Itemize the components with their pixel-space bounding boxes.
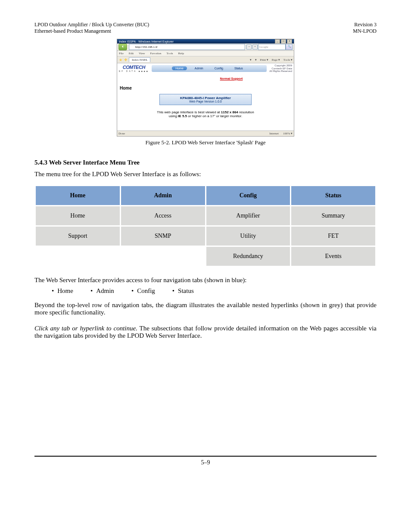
cell-config-utility: Utility <box>206 227 290 246</box>
bullet-status: Status <box>172 287 194 295</box>
bullet-admin: Admin <box>90 287 114 295</box>
minimize-button[interactable]: _ <box>275 39 280 44</box>
close-button[interactable]: × <box>287 39 292 44</box>
status-zone: Internet <box>269 132 279 135</box>
copyright-text: Copyright 2009 Comtech EF Data All Right… <box>269 64 292 73</box>
cell-status-events: Events <box>291 247 375 266</box>
nav-tab-config[interactable]: Config <box>211 66 227 70</box>
browser-menubar[interactable]: File Edit View Favorites Tools Help <box>117 51 294 56</box>
bullet-config: Config <box>131 287 155 295</box>
paragraph-1: Beyond the top-level row of navigation t… <box>34 302 377 316</box>
menu-favorites[interactable]: Favorites <box>150 52 161 55</box>
header-product: LPOD Outdoor Amplifier / Block Up Conver… <box>34 22 149 28</box>
stop-button[interactable]: × <box>252 44 258 50</box>
menu-tree-table: Home Admin Config Status Home Access Amp… <box>34 185 377 267</box>
header-section: Ethernet-based Product Management <box>34 28 149 34</box>
cell-status-fet: FET <box>291 227 375 246</box>
cell-home-home: Home <box>36 206 120 225</box>
print-menu[interactable]: Print ▾ <box>260 58 268 62</box>
cell-config-redundancy: Redundancy <box>206 247 290 266</box>
footer-rule <box>34 456 377 457</box>
comtech-logo: COMTECH EF DATA ■■■■ <box>119 65 149 72</box>
th-config: Config <box>206 186 290 205</box>
nav-tab-home[interactable]: Home <box>172 66 187 70</box>
menu-help[interactable]: Help <box>178 52 184 55</box>
menu-tools[interactable]: Tools <box>166 52 173 55</box>
search-button[interactable]: 🔍 <box>286 44 293 50</box>
menu-edit[interactable]: Edit <box>129 52 134 55</box>
add-favorites-icon[interactable]: ✚ <box>124 58 128 62</box>
go-button[interactable]: → <box>246 44 252 50</box>
cell-empty <box>121 247 205 266</box>
nav-ribbon: Home Admin Config Status <box>152 65 267 72</box>
page-heading-home: Home <box>120 86 291 90</box>
after-table-text: The Web Server Interface provides access… <box>34 277 377 284</box>
cell-home-support: Support <box>36 227 120 246</box>
page-number: 5–9 <box>34 459 377 466</box>
window-title: Index ISSPA - Windows Internet Explorer <box>119 40 275 43</box>
cell-admin-access: Access <box>121 206 205 225</box>
back-button[interactable] <box>118 44 127 50</box>
home-dropdown-icon[interactable]: ▾ <box>250 58 252 62</box>
nav-tab-admin[interactable]: Admin <box>191 66 207 70</box>
cell-config-amplifier: Amplifier <box>206 206 290 225</box>
amplifier-model: KPA080-4045-I Power Amplifier <box>162 96 249 100</box>
amplifier-info-box: KPA080-4045-I Power Amplifier Web Page V… <box>159 94 252 105</box>
nav-tab-status[interactable]: Status <box>231 66 246 70</box>
browser-screenshot: Index ISSPA - Windows Internet Explorer … <box>117 39 294 137</box>
feeds-dropdown-icon[interactable]: ▾ <box>255 58 257 62</box>
page-menu[interactable]: Page ▾ <box>272 58 280 62</box>
header-docnum: MN-LPOD <box>353 28 377 34</box>
menu-file[interactable]: File <box>119 52 124 55</box>
section-heading: 5.4.3 Web Server Interface Menu Tree <box>34 159 377 166</box>
figure-caption: Figure 5-2. LPOD Web Server Interface 'S… <box>34 139 377 146</box>
cell-admin-snmp: SNMP <box>121 227 205 246</box>
address-bar[interactable]: http://192.168.1.4/ <box>129 44 245 50</box>
support-link[interactable]: Normal Support <box>220 77 243 80</box>
cell-empty <box>36 247 120 266</box>
search-input[interactable]: Google <box>258 44 286 50</box>
browser-tab[interactable]: Index ISSPA <box>129 57 150 62</box>
bullet-home: Home <box>52 287 73 295</box>
tabs-bullet-list: Home Admin Config Status <box>34 287 377 295</box>
status-done: Done <box>118 132 269 135</box>
th-admin: Admin <box>121 186 205 205</box>
zoom-level[interactable]: 100% ▾ <box>283 132 293 135</box>
intro-text: The menu tree for the LPOD Web Server In… <box>34 171 377 178</box>
header-revision: Revision 3 <box>353 22 377 28</box>
cell-status-summary: Summary <box>291 206 375 225</box>
th-home: Home <box>36 186 120 205</box>
th-status: Status <box>291 186 375 205</box>
webpage-version: Web Page Version 1.0.0 <box>162 100 249 103</box>
resolution-recommendation: This web page interface is best viewed a… <box>120 110 291 118</box>
paragraph-2: Click any tab or hyperlink to continue. … <box>34 325 377 339</box>
tools-menu[interactable]: Tools ▾ <box>283 58 293 62</box>
maximize-button[interactable]: □ <box>281 39 286 44</box>
favorites-star-icon[interactable]: ★ <box>118 58 123 62</box>
menu-view[interactable]: View <box>139 52 145 55</box>
